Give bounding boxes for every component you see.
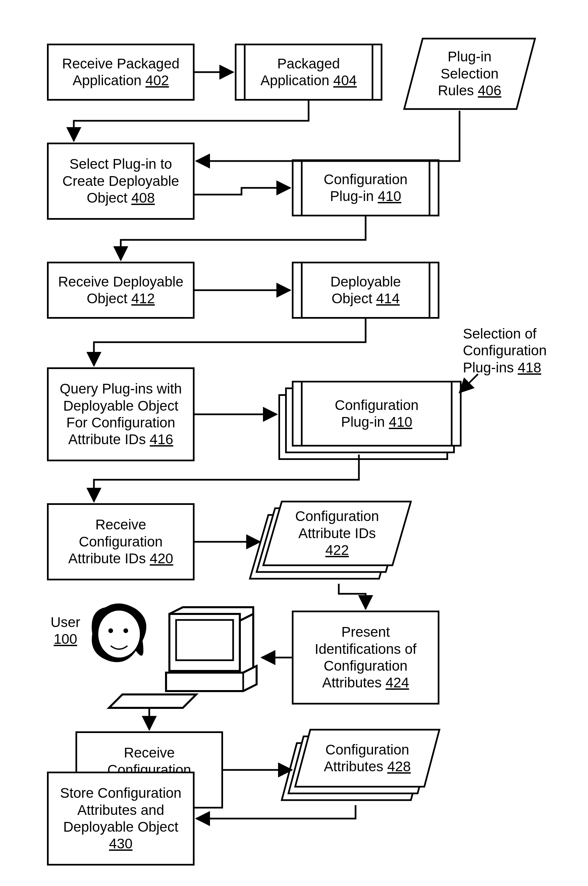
t: Configuration xyxy=(326,742,409,757)
t: Plug-ins xyxy=(463,360,514,375)
module-configuration-plugin-a: Configuration Plug-in 410 xyxy=(292,159,440,216)
t: Query Plug-ins with xyxy=(60,381,182,397)
t: Receive Deployable xyxy=(58,274,183,289)
icon-user-at-computer xyxy=(86,601,260,711)
t: Present xyxy=(342,624,390,640)
ref: 416 xyxy=(150,432,173,447)
data-plugin-selection-rules: Plug-in Selection Rules 406 xyxy=(402,37,537,111)
t: Configuration xyxy=(324,658,408,674)
t: Packaged xyxy=(278,56,340,72)
svg-point-4 xyxy=(98,610,140,658)
t: Selection of xyxy=(463,326,536,342)
t: Deployable Object xyxy=(63,398,178,414)
t: Application xyxy=(260,72,329,88)
process-present-identifications: Present Identifications of Configuration… xyxy=(292,610,440,705)
t: Deployable Object xyxy=(63,819,178,835)
t: Plug-in xyxy=(330,188,374,204)
ref: 422 xyxy=(326,542,349,558)
ref: 100 xyxy=(54,631,77,647)
process-query-plugins: Query Plug-ins with Deployable Object Fo… xyxy=(47,367,195,461)
t: Rules xyxy=(438,82,474,98)
t: Configuration xyxy=(295,508,379,524)
t: Object xyxy=(87,291,127,306)
t: Plug-in xyxy=(448,49,492,64)
t: Configuration xyxy=(335,397,418,413)
t: Configuration xyxy=(463,343,547,358)
data-deployable-object: Deployable Object 414 xyxy=(292,262,440,319)
t: Create Deployable xyxy=(62,173,179,189)
t: Select Plug-in to xyxy=(69,156,172,172)
callout-selection-of-plugins: Selection of Configuration Plug-ins 418 xyxy=(463,325,574,376)
process-receive-deployable-object: Receive Deployable Object 412 xyxy=(47,262,195,319)
t: Attributes xyxy=(324,759,383,774)
t: Configuration xyxy=(79,534,163,550)
svg-point-6 xyxy=(123,628,128,633)
t: Attribute IDs xyxy=(68,550,146,566)
ref: 420 xyxy=(150,550,173,566)
t: Object xyxy=(87,190,127,205)
ref: 430 xyxy=(109,836,132,852)
svg-point-5 xyxy=(108,628,113,633)
t: For Configuration xyxy=(66,415,176,430)
t: Attributes xyxy=(322,675,381,690)
label-user: User 100 xyxy=(39,614,92,648)
ref: 414 xyxy=(376,291,399,306)
ref: 404 xyxy=(333,72,357,88)
process-select-plugin-create-deployable: Select Plug-in to Create Deployable Obje… xyxy=(47,142,195,220)
ref: 410 xyxy=(389,414,412,430)
data-packaged-application: Packaged Application 404 xyxy=(235,43,382,100)
ref: 406 xyxy=(478,82,501,98)
data-config-attr-ids: Configuration Attribute IDs 422 xyxy=(248,493,416,587)
ref: 410 xyxy=(378,188,401,204)
t: Attribute IDs xyxy=(298,525,376,541)
t: Receive xyxy=(124,745,175,760)
t: Identifications of xyxy=(315,641,417,657)
ref: 418 xyxy=(518,360,541,375)
process-receive-packaged-application: Receive Packaged Application 402 xyxy=(47,43,195,100)
t: Configuration xyxy=(324,171,408,187)
t: Plug-in xyxy=(341,414,385,430)
t: Attribute IDs xyxy=(68,432,146,447)
t: Receive Packaged xyxy=(62,56,180,72)
ref: 428 xyxy=(387,759,411,774)
process-store-config-and-deployable: Store Configuration Attributes and Deplo… xyxy=(47,772,195,865)
ref: 402 xyxy=(146,72,169,88)
ref: 424 xyxy=(386,675,409,690)
t: Store Configuration xyxy=(60,785,182,801)
t: Object xyxy=(332,291,372,306)
t: Application xyxy=(72,72,141,88)
svg-rect-8 xyxy=(176,620,233,660)
ref: 412 xyxy=(131,291,154,306)
ref: 408 xyxy=(131,190,154,205)
diagram-canvas: Receive Packaged Application 402 Package… xyxy=(0,0,588,886)
t: User xyxy=(51,614,81,630)
t: Selection xyxy=(441,66,499,81)
t: Deployable xyxy=(330,274,401,289)
data-config-attrs: Configuration Attributes 428 xyxy=(278,723,446,807)
t: Receive xyxy=(95,517,146,532)
module-configuration-plugin-stack: Configuration Plug-in 410 xyxy=(278,367,453,454)
process-receive-config-attr-ids: Receive Configuration Attribute IDs 420 xyxy=(47,503,195,580)
t: Attributes and xyxy=(77,802,164,818)
